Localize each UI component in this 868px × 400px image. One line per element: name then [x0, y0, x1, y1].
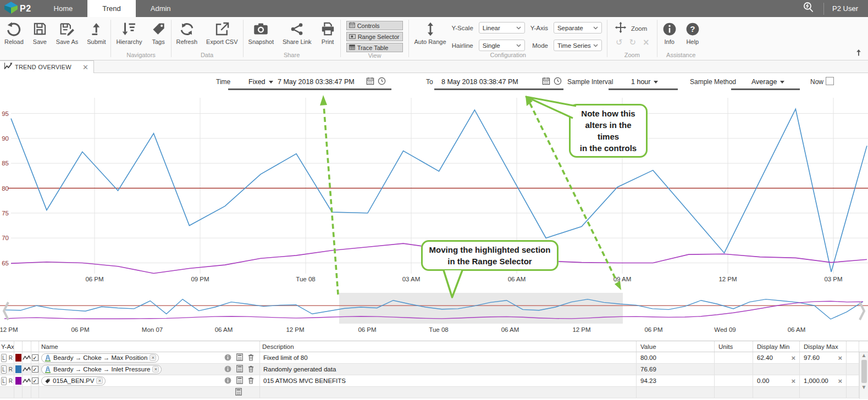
clock-icon[interactable] [378, 77, 386, 87]
print-button[interactable]: Print [316, 17, 340, 45]
series-visible-checkbox[interactable]: ✓ [32, 354, 38, 361]
remove-series-button[interactable]: × [152, 366, 159, 373]
help-button[interactable]: ?Help [681, 17, 704, 45]
table-row[interactable]: LR ✓ 015A_BEN.PV× 015 ATMOS MVC BENEFITS… [0, 375, 868, 387]
axis-toggle-cell: LR [0, 364, 14, 375]
tags-button[interactable]: Tags [147, 17, 170, 45]
trace-table-toggle[interactable]: Trace Table [346, 43, 403, 52]
close-icon[interactable]: ✕ [82, 64, 89, 71]
trash-icon [248, 377, 254, 384]
export-csv-button[interactable]: Export CSV [202, 17, 242, 45]
series-delete-button[interactable] [248, 354, 254, 362]
menu-trend[interactable]: Trend [87, 0, 135, 17]
menu-admin[interactable]: Admin [136, 0, 186, 17]
left-axis-button[interactable]: L [1, 377, 7, 385]
reload-icon [6, 20, 21, 37]
series-delete-button[interactable] [248, 365, 254, 374]
series-pill[interactable]: Beardy → Choke → Max Position× [41, 353, 159, 363]
submit-button[interactable]: Submit [82, 17, 110, 45]
export-csv-icon [214, 20, 230, 37]
series-info-button[interactable] [224, 365, 231, 374]
svg-text:06 PM: 06 PM [358, 326, 376, 333]
add-expression-button[interactable] [235, 388, 242, 397]
user-name[interactable]: P2 User [832, 4, 858, 13]
y-scale-select[interactable]: Linear [479, 22, 525, 34]
table-scrollbar[interactable]: ▲ ▼ [859, 352, 868, 399]
series-visible-checkbox[interactable]: ✓ [32, 377, 38, 384]
clear-limit-button[interactable]: × [791, 354, 795, 362]
series-visible-checkbox[interactable]: ✓ [32, 366, 38, 373]
save-button[interactable]: Save [28, 17, 52, 45]
from-datetime-field[interactable]: 7 May 2018 03:38:47 PM [278, 78, 355, 86]
hierarchy-button[interactable]: Hierarchy [112, 17, 146, 45]
ribbon-group-assistance: Info ?Help Assistance [658, 17, 704, 60]
redo-zoom-icon[interactable]: ↻ [629, 38, 637, 47]
right-axis-button[interactable]: R [9, 366, 13, 373]
p2-logo[interactable]: P2 [0, 0, 39, 17]
svg-text:12 PM: 12 PM [718, 276, 737, 282]
clear-limit-button[interactable]: × [838, 354, 842, 362]
undo-zoom-icon[interactable]: ↺ [616, 38, 623, 47]
refresh-button[interactable]: Refresh [172, 17, 202, 45]
series-delete-button[interactable] [248, 377, 254, 385]
collapse-ribbon-button[interactable] [855, 17, 868, 60]
scroll-up-icon[interactable]: ▲ [861, 352, 867, 359]
scroll-down-icon[interactable]: ▼ [861, 384, 867, 391]
info-button[interactable]: Info [658, 17, 681, 45]
snapshot-button[interactable]: Snapshot [244, 17, 278, 45]
sample-interval-dropdown[interactable]: 1 hour [631, 78, 658, 86]
clear-limit-button[interactable]: × [791, 377, 795, 385]
reload-button[interactable]: Reload [0, 17, 28, 45]
y-axis-select[interactable]: Separate [554, 22, 602, 34]
series-pill[interactable]: Beardy → Choke → Inlet Pressure× [41, 365, 162, 374]
series-calculator-button[interactable] [236, 376, 243, 385]
right-axis-button[interactable]: R [9, 378, 13, 384]
left-axis-button[interactable]: L [1, 365, 7, 374]
to-datetime-field[interactable]: 8 May 2018 03:38:47 PM [441, 78, 518, 86]
ribbon-divider [110, 20, 111, 57]
clear-zoom-icon[interactable]: × [643, 38, 650, 47]
auto-range-button[interactable]: Auto Range [410, 17, 450, 45]
line-style-cell[interactable] [23, 352, 31, 363]
info-icon [662, 20, 677, 37]
line-style-cell[interactable] [23, 375, 31, 386]
calendar-icon[interactable] [542, 77, 550, 87]
clock-icon[interactable] [554, 77, 562, 87]
hairline-select[interactable]: Single [479, 40, 525, 51]
table-row[interactable]: LR ✓ Beardy → Choke → Max Position× Fixe… [0, 352, 868, 364]
series-color-cell[interactable] [14, 364, 23, 375]
line-style-cell[interactable] [23, 364, 31, 375]
series-color-cell[interactable] [14, 352, 23, 363]
table-row[interactable]: LR ✓ Beardy → Choke → Inlet Pressure× Ra… [0, 364, 868, 375]
series-info-button[interactable] [224, 377, 231, 385]
svg-text:06 AM: 06 AM [788, 326, 806, 333]
share-link-button[interactable]: Share Link [278, 17, 316, 45]
sample-method-dropdown[interactable]: Average [751, 78, 784, 86]
series-calculator-button[interactable] [236, 365, 243, 374]
calendar-icon[interactable] [366, 77, 374, 87]
clear-limit-button[interactable]: × [838, 377, 842, 385]
save-as-button[interactable]: Save As [52, 17, 82, 45]
right-axis-button[interactable]: R [9, 355, 13, 361]
zoom-pan-button[interactable]: Zoom [615, 21, 650, 36]
left-axis-button[interactable]: L [1, 354, 7, 362]
series-calculator-button[interactable] [236, 353, 243, 362]
series-pill[interactable]: 015A_BEN.PV× [41, 376, 106, 386]
svg-text:95: 95 [2, 110, 9, 117]
series-info-button[interactable] [224, 354, 231, 362]
remove-series-button[interactable]: × [150, 354, 156, 361]
range-selector-toggle[interactable]: Range Selector [346, 32, 403, 41]
scrollbar-thumb[interactable] [861, 360, 867, 383]
search-icon[interactable] [801, 1, 815, 16]
trend-chart[interactable]: 06 PM09 PMTue 0803 AM06 AM09 AM12 PM03 P… [0, 93, 868, 337]
series-color-cell[interactable] [14, 375, 23, 386]
tags-icon [151, 20, 166, 37]
controls-toggle[interactable]: Controls [346, 21, 403, 30]
calculator-icon [235, 388, 242, 396]
remove-series-button[interactable]: × [96, 377, 103, 384]
mode-select[interactable]: Time Series [554, 40, 602, 51]
menu-home[interactable]: Home [39, 0, 88, 17]
tab-trend-overview[interactable]: TREND OVERVIEW ✕ [0, 60, 94, 73]
time-mode-dropdown[interactable]: Fixed [248, 78, 273, 86]
now-checkbox[interactable] [826, 77, 834, 85]
